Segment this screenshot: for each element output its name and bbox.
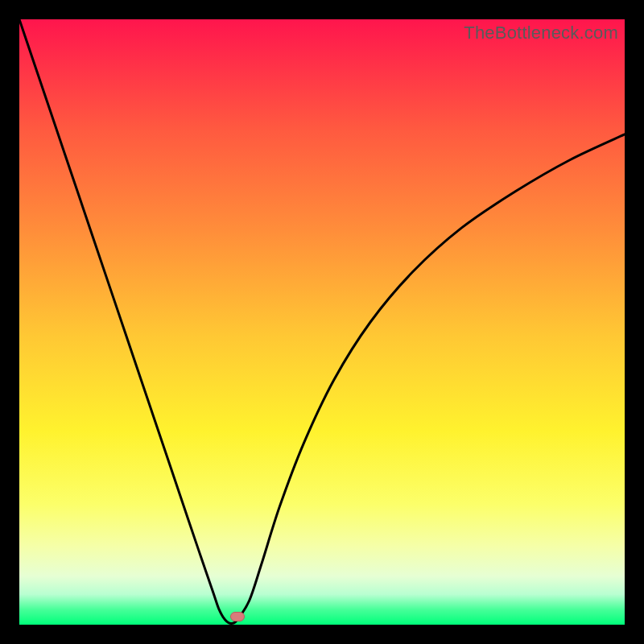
chart-frame: TheBottleneck.com	[0, 0, 644, 644]
optimum-marker	[230, 612, 245, 621]
curve-svg	[19, 19, 625, 625]
plot-area: TheBottleneck.com	[19, 19, 625, 625]
bottleneck-curve	[19, 19, 625, 624]
